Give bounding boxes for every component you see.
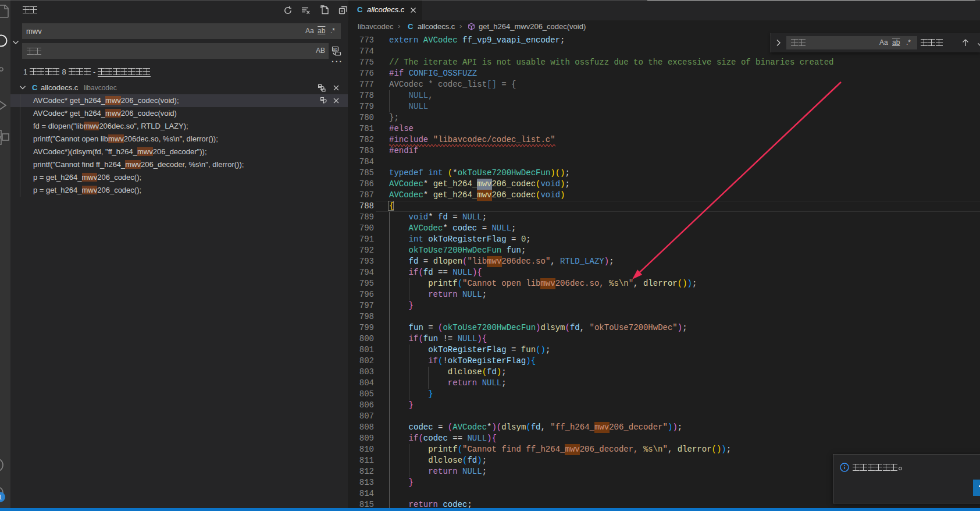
svg-text:ab: ab: [333, 47, 338, 51]
